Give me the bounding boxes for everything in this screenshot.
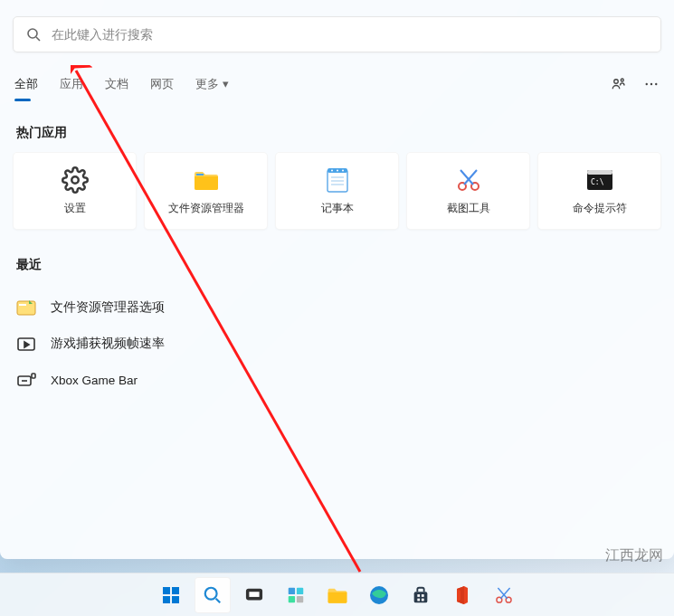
tab-all[interactable]: 全部: [14, 71, 38, 98]
svg-rect-25: [19, 304, 26, 306]
svg-point-3: [621, 79, 623, 81]
app-label: 设置: [64, 201, 86, 216]
taskbar-explorer[interactable]: [319, 577, 356, 613]
snip-icon: [455, 166, 482, 194]
app-notepad[interactable]: 记事本: [275, 152, 399, 230]
recent-title: 最近: [0, 230, 674, 284]
app-cmd[interactable]: C:\ 命令提示符: [537, 152, 661, 230]
taskbar-edge[interactable]: [361, 577, 397, 613]
recent-folder-options[interactable]: 文件资源管理器选项: [16, 289, 658, 326]
recent-xbox-bar[interactable]: Xbox Game Bar: [16, 362, 658, 398]
notepad-icon: [324, 166, 351, 194]
svg-rect-39: [248, 591, 260, 597]
svg-point-36: [204, 587, 216, 599]
recent-label: Xbox Game Bar: [51, 374, 138, 387]
svg-rect-40: [288, 587, 294, 593]
recent-label: 游戏捕获视频帧速率: [51, 336, 165, 352]
recent-game-capture[interactable]: 游戏捕获视频帧速率: [16, 326, 658, 362]
svg-rect-42: [288, 595, 294, 602]
taskbar-start[interactable]: [153, 577, 189, 613]
app-settings[interactable]: 设置: [13, 152, 137, 230]
search-input[interactable]: [52, 27, 648, 42]
app-label: 记事本: [321, 201, 354, 216]
svg-rect-41: [296, 587, 302, 593]
search-panel: 全部 应用 文档 网页 更多 ▾ 热门应用: [0, 0, 674, 559]
svg-text:C:\: C:\: [591, 178, 604, 186]
search-box[interactable]: [13, 16, 661, 52]
cmd-icon: C:\: [586, 166, 613, 194]
svg-point-7: [71, 176, 79, 184]
svg-rect-33: [172, 587, 179, 594]
svg-point-5: [650, 83, 652, 85]
taskbar-search[interactable]: [195, 577, 231, 613]
tab-more[interactable]: 更多 ▾: [195, 71, 229, 98]
tab-web[interactable]: 网页: [150, 71, 174, 98]
app-label: 文件资源管理器: [168, 201, 244, 216]
svg-point-12: [337, 169, 338, 171]
xbox-bar-icon: [16, 370, 36, 390]
recent-list: 文件资源管理器选项 游戏捕获视频帧速率 Xbox Game Bar: [0, 284, 674, 403]
recent-label: 文件资源管理器选项: [51, 299, 165, 316]
taskbar: [0, 573, 674, 616]
svg-point-4: [646, 83, 648, 85]
svg-marker-27: [24, 342, 29, 347]
folder-options-icon: [16, 298, 36, 317]
top-apps-title: 热门应用: [0, 98, 674, 152]
app-snip[interactable]: 截图工具: [406, 152, 530, 230]
svg-line-1: [36, 37, 40, 41]
svg-point-2: [614, 80, 619, 84]
folder-icon: [193, 166, 220, 194]
svg-point-0: [28, 29, 37, 38]
top-apps-grid: 设置 文件资源管理器 记事本: [0, 152, 674, 230]
svg-rect-45: [413, 592, 427, 602]
search-icon: [26, 27, 41, 42]
svg-rect-34: [163, 596, 170, 603]
app-explorer[interactable]: 文件资源管理器: [144, 152, 268, 230]
tabs-row: 全部 应用 文档 网页 更多 ▾: [0, 65, 674, 98]
taskbar-snip[interactable]: [486, 577, 522, 613]
svg-rect-46: [417, 594, 420, 597]
svg-rect-24: [17, 301, 35, 315]
svg-rect-48: [417, 598, 420, 601]
svg-line-37: [215, 598, 220, 602]
svg-rect-43: [296, 595, 302, 602]
svg-rect-35: [172, 596, 179, 603]
taskbar-store[interactable]: [403, 577, 439, 613]
svg-point-13: [342, 169, 344, 171]
svg-rect-32: [163, 587, 170, 594]
watermark: 江西龙网: [605, 546, 663, 565]
tab-apps[interactable]: 应用: [60, 71, 83, 98]
app-label: 截图工具: [447, 201, 490, 216]
svg-point-11: [331, 169, 333, 171]
settings-icon: [62, 166, 89, 194]
ellipsis-icon[interactable]: [643, 76, 660, 92]
app-label: 命令提示符: [573, 201, 627, 216]
taskbar-taskview[interactable]: [236, 577, 272, 613]
account-icon[interactable]: [611, 76, 627, 92]
svg-rect-49: [421, 598, 423, 601]
search-wrap: [0, 0, 674, 65]
svg-point-6: [655, 83, 657, 85]
svg-rect-29: [32, 374, 35, 378]
tab-docs[interactable]: 文档: [105, 71, 128, 98]
game-capture-icon: [16, 334, 36, 354]
taskbar-widgets[interactable]: [278, 577, 314, 613]
svg-rect-22: [587, 170, 612, 175]
svg-rect-47: [421, 594, 423, 597]
svg-rect-8: [196, 174, 204, 175]
taskbar-office[interactable]: [444, 577, 480, 613]
